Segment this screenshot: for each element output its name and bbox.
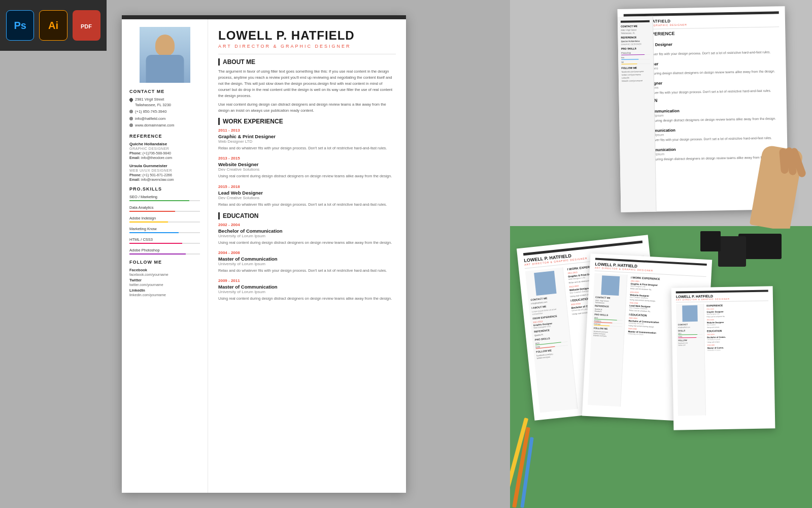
ref2-phone: Phone: (+1) 501-671-2266 bbox=[129, 173, 200, 177]
resume-document: CONTACT ME 2981 Virgil StreetTallahassee… bbox=[122, 15, 406, 493]
contact-phone: (+1) 850-745-3940 bbox=[129, 109, 200, 115]
right-panel-bottom: LOWELL P. HATFIELD ART DIRECTOR & GRAPHI… bbox=[510, 226, 812, 508]
follow-twitter: Twitter twitter.com/yourname bbox=[129, 278, 200, 287]
ref2-role: WEB UI/UX DESIGNER bbox=[129, 169, 200, 172]
location-icon bbox=[129, 98, 134, 103]
photoshop-icon[interactable]: Ps bbox=[6, 10, 34, 41]
illustrator-icon[interactable]: Ai bbox=[39, 10, 67, 41]
about-text1: The argument in favor of using filler te… bbox=[218, 69, 396, 99]
svg-text:PDF: PDF bbox=[81, 23, 92, 29]
ref2-name: Ursula Gurnmeister bbox=[129, 164, 200, 168]
work-heading: WORK EXPERIENCE bbox=[218, 118, 396, 125]
edu-item-0: 2002 - 2004 Bechelor of Communication Un… bbox=[218, 223, 396, 245]
follow-linkedin: LinkedIn linkedin.com/yourname bbox=[129, 288, 200, 297]
resume-header-bar bbox=[122, 15, 406, 19]
skill-html: HTML / CSS3 bbox=[129, 237, 200, 244]
ref1-phone: Phone: (+1)706-588-9840 bbox=[129, 151, 200, 155]
skill-indesign: Adobe Indesign bbox=[129, 216, 200, 223]
about-text2: Use real content during design can distr… bbox=[218, 102, 396, 114]
edu-item-1: 2004 - 2008 Master of Communication Univ… bbox=[218, 250, 396, 273]
skill-seo: SEO / Marketing bbox=[129, 195, 200, 201]
resume-sidebar: CONTACT ME 2981 Virgil StreetTallahassee… bbox=[122, 19, 208, 493]
skill-data: Data Analytics bbox=[129, 205, 200, 212]
pdf-icon[interactable]: PDF bbox=[73, 10, 100, 41]
hand-decoration bbox=[741, 127, 802, 229]
resume-main-content: LOWELL P. HATFIELD ART DIRECTOR & GRAPHI… bbox=[208, 19, 406, 493]
skill-photoshop: Adobe Photoshop bbox=[129, 248, 200, 255]
resume-title: ART DIRECTOR & GRAPHIC DESIGNER bbox=[218, 44, 396, 49]
email-icon bbox=[129, 117, 133, 120]
edu-item-2: 2009 - 2011 Master of Communication Univ… bbox=[218, 278, 396, 301]
follow-facebook: Facebook facebook.com/yourname bbox=[129, 268, 200, 276]
reference-heading: REFERENCE bbox=[129, 134, 200, 139]
desk-item-2 bbox=[718, 236, 746, 267]
desk-item-3 bbox=[700, 231, 721, 251]
profile-photo bbox=[140, 27, 190, 83]
contact-address: 2981 Virgil StreetTallahassee, FL 3230 bbox=[129, 97, 200, 108]
website-icon bbox=[129, 123, 133, 127]
contact-email: info@hatfield.com bbox=[129, 116, 200, 122]
ref1-email: Email: info@theodore.com bbox=[129, 156, 200, 160]
header-divider bbox=[218, 54, 396, 54]
ref1-name: Quiche Hollandaise bbox=[129, 142, 200, 146]
about-heading: ABOUT ME bbox=[218, 58, 396, 66]
work-item-1: 2013 - 2015 Website Designer Dev Creativ… bbox=[218, 156, 396, 179]
ref1-role: GRAPHIC DESIGNER bbox=[129, 147, 200, 150]
education-heading: EDUCATION bbox=[218, 212, 396, 219]
phone-icon bbox=[129, 110, 133, 113]
skill-marketing: Marketing Know bbox=[129, 227, 200, 233]
ref2-email: Email: info@ravenclaw.com bbox=[129, 178, 200, 181]
resume-name: LOWELL P. HATFIELD bbox=[218, 29, 396, 42]
green-preview-resume-3: LOWELL P. HATFIELD ART DIRECTOR & GRAPHI… bbox=[671, 286, 775, 430]
toolbar: Ps Ai PDF bbox=[0, 0, 107, 51]
follow-heading: FOLLOW ME bbox=[129, 260, 200, 265]
right-panel-top: LOWELL P. HATFIELD ART DIRECTOR & GRAPHI… bbox=[510, 0, 812, 229]
work-item-2: 2015 - 2018 Lead Web Designer Dev Creati… bbox=[218, 184, 396, 207]
work-item-0: 2011 - 2013 Graphic & Print Designer Web… bbox=[218, 128, 396, 151]
contact-website: www.domainname.com bbox=[129, 123, 200, 129]
skills-heading: PRO.SKILLS bbox=[129, 186, 200, 192]
contact-heading: CONTACT ME bbox=[129, 89, 200, 94]
